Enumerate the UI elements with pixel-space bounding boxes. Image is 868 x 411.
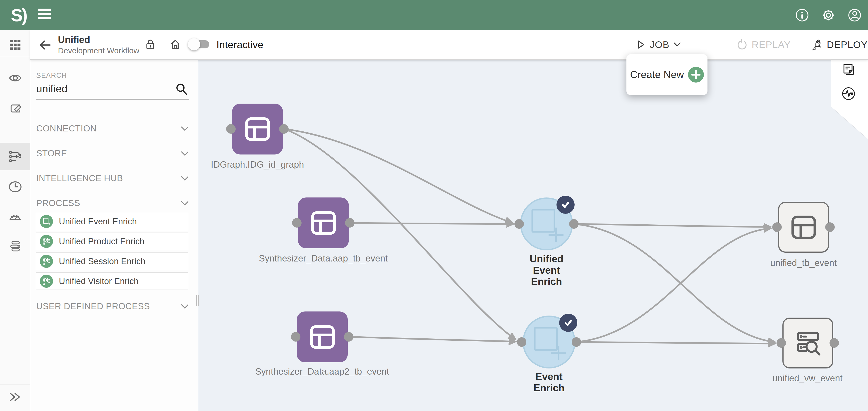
view-eye-icon[interactable]: [0, 67, 30, 89]
node-port[interactable]: [292, 218, 302, 228]
section-label: INTELLIGENCE HUB: [36, 173, 123, 183]
sidebar-section-process[interactable]: PROCESS: [36, 196, 189, 210]
play-icon: [635, 39, 646, 50]
node-label: unified_vw_event: [740, 373, 868, 383]
node-label: Unified Event Enrich: [523, 253, 570, 287]
section-label: USER DEFINED PROCESS: [36, 301, 150, 311]
workflow-pipeline-icon[interactable]: [0, 143, 30, 170]
rail-divider: [0, 56, 30, 56]
sidebar-section-intelligence-hub[interactable]: INTELLIGENCE HUB: [36, 171, 189, 185]
interactive-toggle[interactable]: [191, 40, 209, 48]
create-new-label: Create New: [630, 69, 684, 80]
replay-label: REPLAY: [752, 39, 791, 50]
gear-icon[interactable]: [822, 8, 835, 22]
edge: [577, 342, 775, 344]
enrich-square-plus-glyph: [529, 207, 564, 242]
node-port[interactable]: [830, 338, 839, 348]
edge: [574, 224, 770, 227]
node-aap-tb-event[interactable]: [298, 198, 349, 248]
node-idgraph[interactable]: [232, 104, 283, 155]
status-completed-badge: [556, 196, 575, 214]
app-logo: S): [11, 5, 27, 26]
node-aap2-tb-event[interactable]: [297, 311, 348, 363]
toggle-knob[interactable]: [188, 38, 200, 50]
workflow-canvas[interactable]: IDGraph.IDG_id_graph Synthesizer_Data.aa…: [198, 60, 868, 411]
node-port[interactable]: [344, 332, 353, 342]
sidebar-section-store[interactable]: STORE: [36, 146, 189, 161]
node-port[interactable]: [772, 222, 782, 232]
account-icon[interactable]: [848, 8, 862, 22]
process-item-label: Unified Event Enrich: [59, 217, 137, 227]
workflow-title: Unified: [58, 34, 90, 45]
clock-schedule-icon[interactable]: [0, 176, 30, 198]
node-port[interactable]: [572, 337, 581, 347]
node-port[interactable]: [777, 338, 786, 348]
notes-icon[interactable]: [841, 62, 856, 77]
section-label: PROCESS: [36, 198, 80, 208]
circuit-grid-icon: [40, 235, 53, 248]
node-port[interactable]: [569, 219, 579, 229]
chevron-down-icon: [180, 175, 189, 181]
search-field-wrap: [36, 80, 189, 100]
view-query-icon: [793, 328, 823, 358]
rail-divider: [0, 384, 30, 385]
job-button[interactable]: JOB: [635, 37, 681, 53]
table-icon: [309, 208, 338, 238]
enrich-square-plus-glyph: [532, 324, 567, 360]
node-port[interactable]: [345, 218, 354, 228]
search-input[interactable]: [36, 80, 170, 96]
search-icon[interactable]: [174, 82, 188, 96]
process-item-unified-product-enrich[interactable]: Unified Product Enrich: [36, 233, 188, 250]
search-label: SEARCH: [36, 71, 67, 80]
node-unified-tb-event[interactable]: [778, 202, 829, 253]
gauge-dashboard-icon[interactable]: [0, 206, 30, 228]
rocket-icon: [811, 38, 823, 51]
app-bar: S): [0, 0, 868, 30]
node-label: IDGraph.IDG_id_graph: [189, 160, 325, 170]
status-completed-badge: [559, 314, 577, 332]
activity-pulse-icon[interactable]: [841, 86, 856, 101]
home-icon[interactable]: [169, 38, 182, 51]
chevron-down-icon: [180, 304, 189, 309]
interactive-label: Interactive: [216, 39, 264, 51]
section-label: STORE: [36, 148, 67, 158]
info-icon[interactable]: [795, 8, 809, 22]
process-item-unified-session-enrich[interactable]: Unified Session Enrich: [36, 252, 188, 270]
node-port[interactable]: [226, 124, 236, 134]
process-item-unified-event-enrich[interactable]: Unified Event Enrich: [36, 213, 188, 230]
expand-rail-icon[interactable]: [0, 386, 30, 408]
node-unified-vw-event[interactable]: [782, 317, 833, 369]
chevron-down-icon: [673, 42, 681, 47]
table-icon: [789, 212, 819, 242]
sidebar-resize-handle[interactable]: [195, 295, 200, 306]
sidebar-section-connection[interactable]: CONNECTION: [36, 121, 189, 136]
menu-icon[interactable]: [38, 9, 51, 21]
lock-icon[interactable]: [144, 38, 157, 51]
edge: [350, 223, 513, 224]
process-item-unified-visitor-enrich[interactable]: Unified Visitor Enrich: [36, 272, 188, 290]
back-arrow-icon[interactable]: [38, 38, 52, 52]
node-label: Event Enrich: [525, 371, 573, 393]
deploy-button[interactable]: DEPLOY: [811, 37, 868, 53]
section-label: CONNECTION: [36, 124, 97, 133]
process-item-label: Unified Product Enrich: [59, 237, 145, 246]
node-port[interactable]: [291, 332, 301, 342]
node-port[interactable]: [515, 219, 524, 229]
left-icon-rail: [0, 30, 30, 411]
node-port[interactable]: [517, 337, 526, 347]
process-item-label: Unified Visitor Enrich: [59, 276, 138, 286]
enrich-square-plus-icon: [40, 215, 53, 228]
chevron-down-icon: [180, 126, 189, 131]
stack-layers-icon[interactable]: [0, 236, 30, 258]
table-icon: [307, 322, 337, 352]
node-port[interactable]: [825, 222, 835, 232]
chevron-down-icon: [180, 200, 189, 206]
node-label: unified_tb_event: [736, 258, 868, 268]
edit-compose-icon[interactable]: [0, 97, 30, 119]
sidebar-section-user-defined-process[interactable]: USER DEFINED PROCESS: [36, 299, 189, 313]
replay-icon: [737, 39, 748, 50]
apps-grid-icon[interactable]: [0, 34, 30, 56]
job-create-new-menu-item[interactable]: Create New: [626, 54, 708, 95]
node-port[interactable]: [279, 124, 289, 134]
process-item-label: Unified Session Enrich: [59, 256, 145, 266]
